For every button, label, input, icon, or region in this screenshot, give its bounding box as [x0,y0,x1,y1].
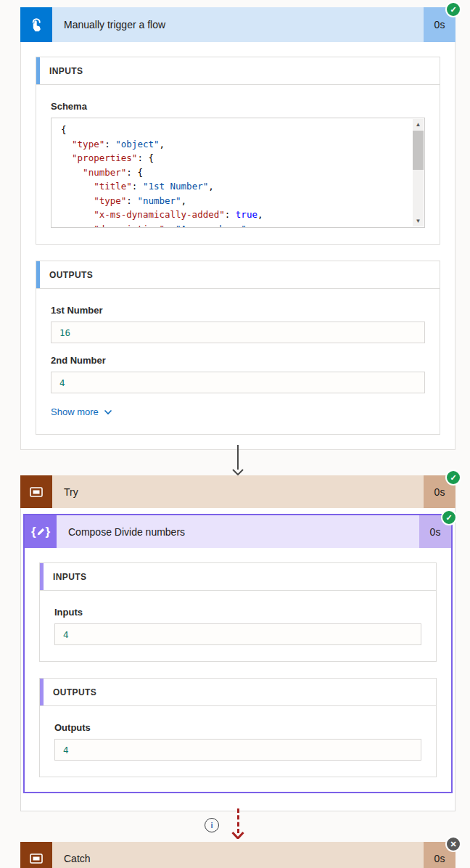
trigger-inputs-panel-body: Schema { "type": "object", "properties":… [36,85,440,244]
schema-label: Schema [51,101,425,112]
trigger-outputs-panel: OUTPUTS 1st Number 16 2nd Number 4 Show … [36,261,440,435]
input-field-value: 4 [54,623,421,645]
trigger-card-body: INPUTS Schema { "type": "object", "prope… [20,42,455,450]
dashed-arrow-head-icon [231,832,244,839]
trigger-outputs-panel-header: OUTPUTS [36,261,440,289]
schema-code-lines: { "type": "object", "properties": { "num… [51,118,424,228]
input-field-label: Inputs [54,607,421,618]
compose-success-badge-icon: ✓ [441,509,457,525]
output-field-label: 1st Number [51,305,425,316]
try-scope-header[interactable]: Try 0s ✓ [20,475,455,508]
try-success-badge-icon: ✓ [445,470,461,486]
compose-outputs-panel-header: OUTPUTS [40,679,436,706]
arrow-head-icon [232,469,244,475]
try-scope-body: {} Compose Divide numbers 0s ✓ INPUTS In… [20,508,455,811]
trigger-card-header[interactable]: Manually trigger a flow 0s ✓ [20,7,455,42]
output-field-value: 4 [54,739,421,761]
run-after-info-icon[interactable]: i [205,818,219,832]
catch-scope-title: Catch [52,842,424,868]
show-more-link[interactable]: Show more [51,406,112,417]
outputs-panel-label: OUTPUTS [49,270,93,280]
output-field-value: 4 [51,372,425,393]
scope-icon [20,475,52,508]
scope-icon [20,842,52,868]
trigger-title: Manually trigger a flow [52,7,424,42]
trigger-outputs-panel-body: 1st Number 16 2nd Number 4 Show more [36,289,440,434]
compose-card-body: INPUTS Inputs 4 OUTPUTS Outp [25,548,451,792]
scrollbar-thumb[interactable] [413,131,424,170]
try-scope-title: Try [52,475,424,508]
output-field-label: Outputs [54,722,421,733]
scrollbar-up-icon[interactable]: ▲ [413,119,424,130]
catch-scope-card: Catch 0s ✕ [20,842,455,868]
panel-accent-bar [40,679,44,705]
trigger-card: Manually trigger a flow 0s ✓ INPUTS Sche… [20,7,455,450]
compose-card: {} Compose Divide numbers 0s ✓ INPUTS In… [23,514,453,793]
chevron-down-icon [104,409,112,415]
dashed-arrow-stem [237,808,239,833]
manual-trigger-touch-icon [20,7,52,42]
output-field-value: 16 [51,322,425,343]
catch-scope-header[interactable]: Catch 0s ✕ [20,842,455,868]
failed-path-arrow-down [232,808,244,839]
schema-code-viewer[interactable]: { "type": "object", "properties": { "num… [51,118,425,228]
panel-accent-bar [36,261,40,288]
trigger-success-badge-icon: ✓ [445,1,461,17]
try-scope-card: Try 0s ✓ {} Compose Divide numbers 0s ✓ [20,475,455,811]
show-more-label: Show more [51,406,99,417]
output-field-label: 2nd Number [51,355,425,366]
trigger-inputs-panel-header: INPUTS [36,57,440,85]
schema-scrollbar[interactable]: ▲ ▼ [413,119,424,226]
panel-accent-bar [36,57,40,84]
scrollbar-down-icon[interactable]: ▼ [413,216,424,226]
compose-inputs-panel: INPUTS Inputs 4 [39,562,437,662]
panel-accent-bar [40,563,44,590]
compose-inputs-panel-header: INPUTS [40,563,436,591]
trigger-inputs-panel: INPUTS Schema { "type": "object", "prope… [36,57,440,245]
arrow-stem [237,445,239,470]
connector-arrow-down [232,445,244,475]
compose-card-header[interactable]: {} Compose Divide numbers 0s ✓ [25,515,451,548]
inputs-panel-label: INPUTS [53,572,86,582]
compose-inputs-panel-body: Inputs 4 [40,591,436,661]
compose-outputs-panel-body: Outputs 4 [40,706,436,777]
outputs-panel-label: OUTPUTS [53,687,96,697]
flow-run-canvas: Manually trigger a flow 0s ✓ INPUTS Sche… [0,0,470,868]
catch-skipped-badge-icon: ✕ [445,836,461,852]
inputs-panel-label: INPUTS [49,66,83,76]
compose-braces-pencil-icon: {} [25,515,57,548]
compose-outputs-panel: OUTPUTS Outputs 4 [39,678,437,777]
compose-title: Compose Divide numbers [57,515,419,548]
